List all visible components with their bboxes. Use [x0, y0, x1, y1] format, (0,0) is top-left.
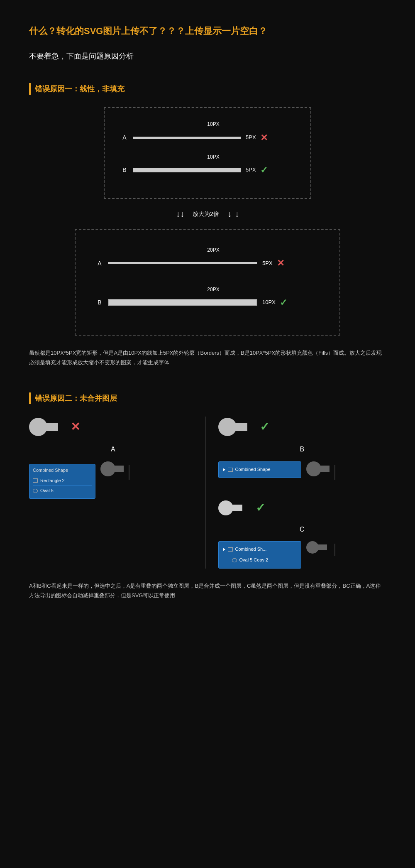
row-a-status: ✕ — [260, 130, 268, 145]
combined-rect-icon-c — [228, 547, 233, 552]
bottom-row-a-width-label: 20PX — [108, 246, 319, 254]
error2-section: 错误原因二：未合并图层 ✕ A Combined Shape Rectangle… — [29, 392, 386, 601]
oval-icon — [33, 489, 38, 493]
layer-panel-a-wrapper: Combined Shape Rectangle 2 Oval 5 — [29, 461, 197, 499]
layer-panel-b: Combined Shape — [218, 461, 301, 478]
shape-b-visual — [218, 417, 251, 437]
row-b-label: B — [121, 165, 128, 174]
bottom-row-a-label: A — [96, 259, 103, 268]
bottom-row-b-width-label: 20PX — [108, 286, 319, 294]
oval-row-c: Oval 5 Copy 2 — [223, 555, 297, 566]
error2-title: 错误原因二：未合并图层 — [29, 392, 386, 405]
triangle-icon-b — [223, 468, 225, 471]
bottom-row-b-status: ✓ — [280, 295, 287, 310]
shape-c-check-icon: ✓ — [256, 499, 265, 517]
error2-c-section: ✓ C Combined Sh... — [218, 499, 386, 569]
shape-a-demo: ✕ — [29, 417, 197, 437]
layer-panel-c: Combined Sh... Oval 5 Copy 2 — [218, 541, 301, 568]
error1-section: 错误原因一：线性，非填充 10PX A 5PX ✕ 10PX B 5PX — [29, 83, 386, 368]
shape-b-rect — [227, 423, 247, 431]
error1-description: 虽然都是10PX*5PX宽的矩形，但是A是由10PX的线加上5PX的外轮廓（Bo… — [29, 348, 386, 368]
error2-right: ✓ B Combined Shape — [206, 417, 386, 568]
combined-label-c: Combined Sh... — [235, 546, 267, 553]
layer-group-name-a: Combined Shape — [33, 467, 92, 474]
top-row-b: B 5PX ✓ — [121, 163, 294, 177]
error2-content: ✕ A Combined Shape Rectangle 2 Oval 5 — [29, 417, 386, 568]
arrow-down-right1: ↓ — [227, 207, 232, 221]
rect-icon — [33, 478, 38, 483]
arrow-down-right2: ↓ — [235, 207, 239, 221]
error2-b-section: ✓ B Combined Shape — [218, 417, 386, 482]
bar-b-thick — [133, 168, 241, 172]
page-subtitle: 不要着急，下面是问题原因分析 — [29, 50, 386, 62]
scale-label: 放大为2倍 — [193, 209, 219, 218]
bar-a-thin — [133, 137, 241, 139]
shape-a-label: A — [29, 444, 197, 455]
rect2-label: Rectangle 2 — [40, 477, 65, 485]
top-row-a-group: 10PX A 5PX ✕ — [121, 120, 294, 145]
top-row-b-group: 10PX B 5PX ✓ — [121, 153, 294, 177]
layer-panel-a: Combined Shape Rectangle 2 Oval 5 — [29, 464, 95, 499]
page-title: 什么？转化的SVG图片上传不了？？？上传显示一片空白？ — [29, 25, 386, 38]
combined-label-b: Combined Shape — [235, 466, 271, 473]
bar-b-large-thick — [108, 299, 257, 306]
bottom-row-b-height: 10PX — [262, 298, 276, 307]
shape-a-visual — [29, 417, 62, 437]
bottom-row-b: B 10PX ✓ — [96, 295, 319, 310]
row-a-label: A — [121, 133, 128, 142]
shape-b-demo: ✓ — [218, 417, 386, 437]
bottom-row-a-group: 20PX A 5PX ✕ — [96, 246, 319, 270]
bottom-row-b-group: 20PX B 10PX ✓ — [96, 286, 319, 310]
combined-row-c: Combined Sh... — [223, 544, 297, 555]
row-b-height: 5PX — [246, 166, 256, 174]
error2-description: A和B和C看起来是一样的，但选中之后，A是有重叠的两个独立图层，B是合并成一个图… — [29, 581, 386, 601]
bottom-row-a-status: ✕ — [277, 256, 284, 270]
error2-left: ✕ A Combined Shape Rectangle 2 Oval 5 — [29, 417, 206, 568]
panel-thumb-b — [306, 461, 335, 482]
scale-arrow-section: ↓↓ 放大为2倍 ↓ ↓ — [29, 199, 386, 229]
shape-c-demo: ✓ — [218, 499, 386, 517]
shape-a-rect — [38, 423, 58, 431]
shape-b-label: B — [218, 444, 386, 455]
bottom-diagram: 20PX A 5PX ✕ 20PX B 10PX ✓ — [75, 229, 340, 336]
bar-a-large-thin — [108, 262, 257, 264]
bottom-row-a: A 5PX ✕ — [96, 256, 319, 270]
layer-item-oval5: Oval 5 — [33, 486, 92, 496]
oval-copy-label: Oval 5 Copy 2 — [239, 557, 269, 564]
row-b-status: ✓ — [260, 163, 268, 177]
shape-c-label: C — [218, 524, 386, 535]
error1-title: 错误原因一：线性，非填充 — [29, 83, 386, 95]
layer-item-rect2: Rectangle 2 — [33, 476, 92, 486]
top-row-a: A 5PX ✕ — [121, 130, 294, 145]
layer-panel-b-wrapper: Combined Shape — [218, 461, 386, 482]
panel-thumb-c — [306, 541, 335, 562]
arrow-down-left: ↓↓ — [176, 207, 184, 221]
shape-c-rect — [226, 505, 242, 511]
arrow-down-right-pair: ↓ ↓ — [227, 207, 239, 221]
top-row-a-width-label: 10PX — [133, 120, 294, 128]
bottom-row-a-height: 5PX — [262, 259, 273, 268]
top-row-b-width-label: 10PX — [133, 153, 294, 161]
shape-c-visual — [218, 499, 247, 517]
shape-a-cross-icon: ✕ — [71, 418, 80, 436]
shape-b-check-icon: ✓ — [260, 418, 269, 436]
combined-row-b: Combined Shape — [223, 464, 297, 475]
oval5-label: Oval 5 — [40, 487, 54, 495]
oval-icon-c — [232, 558, 237, 562]
layer-panel-c-wrapper: Combined Sh... Oval 5 Copy 2 — [218, 541, 386, 568]
combined-rect-icon-b — [228, 468, 233, 472]
panel-thumb-a — [100, 461, 129, 482]
bottom-row-b-label: B — [96, 298, 103, 307]
triangle-icon-c — [223, 548, 225, 551]
row-a-height: 5PX — [246, 133, 256, 142]
error2-c-label-row: ✓ — [218, 499, 386, 517]
top-diagram: 10PX A 5PX ✕ 10PX B 5PX ✓ — [104, 107, 311, 199]
